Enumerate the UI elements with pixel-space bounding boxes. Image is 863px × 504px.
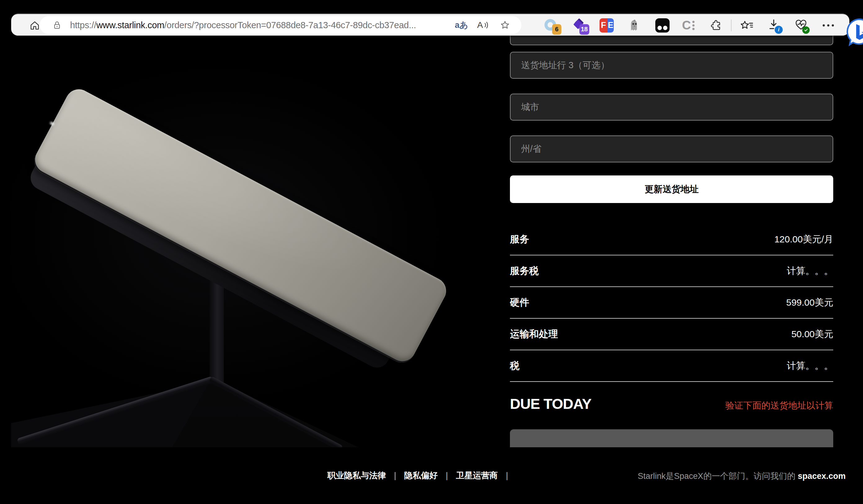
shipping-value: 50.00美元	[791, 328, 833, 341]
ghost-extension-icon	[628, 18, 641, 32]
price-row-service-tax: 服务税 计算。。。	[510, 255, 833, 287]
tax-value: 计算。。。	[787, 360, 833, 372]
extension-purple-button[interactable]: 18	[571, 14, 586, 36]
shipping-address-line2-field-clipped[interactable]	[510, 36, 833, 45]
page-footer: 职业隐私与法律 | 隐私偏好 | 卫星运营商 | Starlink是SpaceX…	[0, 447, 863, 504]
purple-extension-badge: 18	[579, 24, 589, 35]
footer-separator: |	[446, 471, 448, 480]
city-field[interactable]	[510, 93, 833, 121]
extension-clarity-button[interactable]: C	[681, 14, 696, 36]
footer-link-satellite-operators[interactable]: 卫星运营商	[456, 470, 498, 481]
fe-letter-e: E	[607, 18, 614, 33]
footer-spacex-link[interactable]: spacex.com	[798, 471, 846, 481]
address-bar[interactable]: https://www.starlink.com/orders/?process…	[40, 16, 521, 34]
browser-toolbar: https://www.starlink.com/orders/?process…	[11, 14, 849, 36]
blackdots-extension-icon	[655, 18, 670, 33]
star-icon	[500, 20, 510, 30]
read-aloud-letter: A	[477, 20, 483, 30]
extension-ghost-button[interactable]	[627, 14, 642, 36]
price-row-shipping: 运输和处理 50.00美元	[510, 319, 833, 350]
browser-essentials-button[interactable]	[793, 14, 809, 36]
hardware-label: 硬件	[510, 296, 529, 309]
puzzle-icon	[710, 19, 723, 32]
shipping-address-line3-field[interactable]	[510, 52, 833, 79]
url-scheme: https://	[70, 20, 97, 30]
update-shipping-address-button[interactable]: 更新送货地址	[510, 175, 833, 203]
read-aloud-waves	[484, 21, 489, 30]
translate-icon[interactable]: aあ	[455, 20, 468, 31]
extension-fe-button[interactable]: F E	[599, 14, 614, 36]
url-path: /orders/?processorToken=07688de8-7a13-46…	[164, 20, 416, 30]
service-tax-label: 服务税	[510, 264, 539, 277]
price-row-tax: 税 计算。。。	[510, 350, 833, 382]
essentials-check-badge	[802, 26, 810, 34]
due-today-note: 验证下面的送货地址以计算	[725, 400, 833, 412]
clarity-extension-icon: C	[682, 18, 695, 32]
bing-chat-icon	[845, 17, 863, 47]
footer-brand: Starlink是SpaceX的一个部门。访问我们的 spacex.com	[638, 470, 846, 482]
due-today-row: DUE TODAY 验证下面的送货地址以计算	[510, 395, 833, 412]
home-icon	[29, 20, 40, 31]
footer-brand-note: Starlink是SpaceX的一个部门。访问我们的	[638, 471, 796, 481]
donut-extension-badge: 6	[552, 24, 561, 35]
due-today-label: DUE TODAY	[510, 395, 591, 412]
clarity-letter: C	[682, 18, 691, 32]
footer-separator: |	[506, 471, 508, 480]
lock-icon	[52, 20, 62, 30]
price-row-hardware: 硬件 599.00美元	[510, 287, 833, 319]
starlink-dish-image	[11, 36, 510, 447]
footer-link-privacy-legal[interactable]: 职业隐私与法律	[327, 470, 386, 481]
footer-separator: |	[394, 471, 396, 480]
url-domain: www.starlink.com	[97, 20, 164, 30]
footer-link-privacy-preferences[interactable]: 隐私偏好	[404, 470, 438, 481]
tax-label: 税	[510, 359, 520, 372]
read-aloud-icon[interactable]: A	[477, 20, 489, 30]
state-province-field[interactable]	[510, 136, 833, 162]
collections-star-icon	[740, 19, 753, 32]
toolbar-divider	[731, 20, 731, 31]
service-label: 服务	[510, 233, 529, 246]
place-order-button[interactable]: PLACE ORDER	[510, 429, 833, 447]
url-text[interactable]: https://www.starlink.com/orders/?process…	[70, 20, 416, 30]
extensions-menu-button[interactable]	[709, 14, 724, 36]
extension-donut-button[interactable]: 6	[543, 14, 558, 36]
download-info-badge: i	[775, 26, 783, 34]
footer-links: 职业隐私与法律 | 隐私偏好 | 卫星运营商 |	[327, 470, 508, 481]
downloads-button[interactable]: i	[766, 14, 782, 36]
service-tax-value: 计算。。。	[787, 265, 833, 277]
page-content: 更新送货地址 服务 120.00美元/月 服务税 计算。。。 硬件 599.00…	[0, 36, 863, 447]
favorites-bar-button[interactable]	[739, 14, 755, 36]
dish-pole	[210, 278, 224, 386]
fe-letter-f: F	[600, 18, 607, 33]
shipping-label: 运输和处理	[510, 328, 558, 341]
extension-blackdots-button[interactable]	[655, 14, 670, 36]
price-row-service: 服务 120.00美元/月	[510, 224, 833, 255]
favorite-star-button[interactable]	[500, 20, 510, 30]
dish-panel	[29, 85, 451, 368]
ellipsis-icon	[822, 23, 835, 28]
bing-chat-button[interactable]	[845, 17, 863, 47]
fe-extension-icon: F E	[600, 18, 614, 33]
hardware-value: 599.00美元	[786, 296, 833, 309]
settings-menu-button[interactable]	[820, 14, 836, 36]
service-value: 120.00美元/月	[774, 233, 833, 246]
